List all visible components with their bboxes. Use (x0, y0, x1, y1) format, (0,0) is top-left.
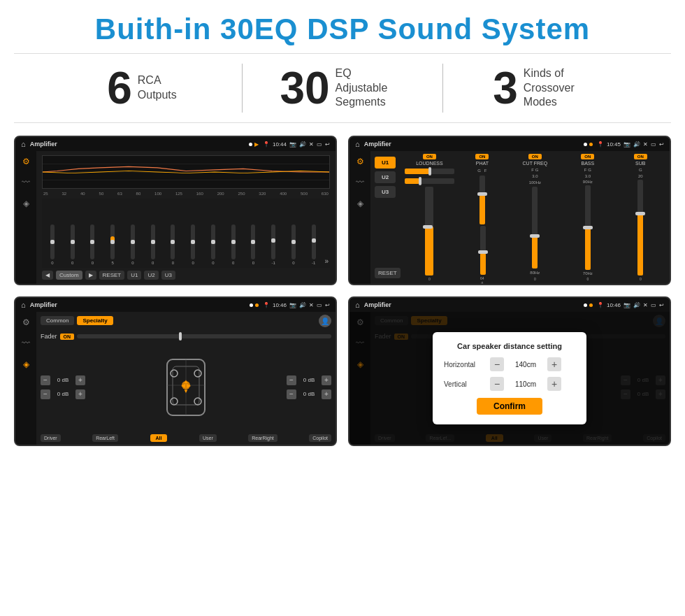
sp1-tab-specialty[interactable]: Specialty (77, 316, 113, 325)
label-loudness: LOUDNESS (416, 161, 443, 166)
toggle-phat[interactable]: ON (475, 154, 489, 159)
crossover-status-dots (584, 141, 593, 148)
toggle-sub[interactable]: ON (634, 154, 647, 159)
sp1-rb-minus[interactable]: − (287, 389, 296, 399)
sp1-rt-plus[interactable]: + (322, 375, 331, 385)
svg-text:▲: ▲ (183, 378, 189, 385)
appname-eq: Amplifier (30, 141, 245, 148)
sp1-left: − 0 dB + − 0 dB + (41, 343, 85, 431)
back-icon-sp2[interactable]: ↩ (659, 302, 664, 308)
eq-freq-labels: 25 32 40 50 63 80 100 125 160 200 250 32… (42, 192, 330, 196)
slider-7[interactable]: 0 (184, 224, 202, 265)
slider-10[interactable]: 0 (245, 224, 263, 265)
back-icon-eq[interactable]: ↩ (325, 141, 330, 148)
sp1-rt: − 0 dB + (287, 375, 331, 385)
slider-4[interactable]: 0 (124, 224, 142, 265)
crossover-channels: ON LOUDNESS 0 ON (405, 154, 665, 281)
sp1-status-dots (250, 301, 259, 308)
eq-sidebar-eq[interactable]: ⚙ (22, 157, 30, 166)
dialog-horizontal-minus[interactable]: − (490, 357, 504, 371)
back-icon-cross[interactable]: ↩ (659, 141, 664, 148)
sp1-bottom-row: Driver RearLeft All User RearRight Copil… (41, 434, 331, 442)
toggle-loudness[interactable]: ON (423, 154, 436, 159)
sp1-lb-minus[interactable]: − (41, 389, 50, 399)
sp1-fader-toggle[interactable]: ON (60, 334, 75, 340)
sp1-avatar[interactable]: 👤 (319, 315, 331, 327)
sp1-tab-common[interactable]: Common (41, 316, 74, 325)
home-icon-eq[interactable]: ⌂ (21, 140, 26, 148)
sp1-sidebar-wave[interactable]: 〰 (22, 338, 30, 348)
cross-sidebar-wave[interactable]: 〰 (356, 178, 364, 187)
slider-13[interactable]: -1 (305, 224, 323, 265)
sp1-all-btn[interactable]: All (150, 434, 168, 442)
sp1-lt-minus[interactable]: − (41, 375, 50, 385)
vals-bass: 0 (586, 277, 589, 281)
toggle-bass[interactable]: ON (581, 154, 594, 159)
sp1-rearright-btn[interactable]: RearRight (248, 434, 277, 442)
preset-u2[interactable]: U2 (375, 171, 396, 183)
stat-number-rca: 6 (107, 66, 132, 110)
dialog-vertical-plus[interactable]: + (547, 377, 561, 391)
slider-1[interactable]: 0 (64, 224, 82, 265)
appname-sp2: Amplifier (364, 301, 580, 308)
slider-2[interactable]: 0 (84, 224, 102, 265)
v-track-cutfreq[interactable] (532, 187, 538, 268)
vals-loudness: 0 (428, 277, 431, 281)
slider-3[interactable]: 5 (103, 224, 122, 265)
v-track-f[interactable] (480, 226, 486, 275)
dialog-vertical-minus[interactable]: − (490, 377, 504, 391)
close-icon-sp2: ✕ (643, 302, 648, 308)
expand-icon-eq[interactable]: » (325, 257, 329, 265)
eq-u2-btn[interactable]: U2 (144, 271, 158, 280)
sp1-lt-plus[interactable]: + (75, 375, 85, 385)
home-icon-sp1[interactable]: ⌂ (21, 301, 26, 309)
v-track-g[interactable] (480, 176, 485, 224)
preset-col: U1 U2 U3 RESET (375, 154, 401, 281)
dialog-horizontal-plus[interactable]: + (547, 357, 561, 371)
slider-8[interactable]: 0 (204, 224, 222, 265)
slider-0[interactable]: 0 (43, 224, 62, 265)
eq-sidebar-wave[interactable]: 〰 (22, 178, 30, 187)
sp1-user-btn[interactable]: User (199, 434, 217, 442)
slider-11[interactable]: -1 (264, 224, 282, 265)
v-track-bass[interactable] (585, 185, 591, 270)
eq-custom-btn[interactable]: Custom (56, 271, 82, 280)
preset-u1[interactable]: U1 (375, 157, 396, 169)
cross-sidebar-speaker[interactable]: ◈ (357, 199, 363, 208)
h-slider-loudness[interactable] (405, 169, 454, 174)
h-slider-loudness2[interactable] (405, 178, 454, 184)
screen-speaker2: ⌂ Amplifier 📍 10:46 📷 🔊 ✕ ▭ ↩ ⚙ 〰 ◈ (348, 296, 671, 446)
preset-u3[interactable]: U3 (375, 186, 396, 198)
slider-5[interactable]: 0 (144, 224, 162, 265)
cross-sidebar-eq[interactable]: ⚙ (356, 157, 364, 166)
home-icon-crossover[interactable]: ⌂ (355, 140, 360, 148)
eq-prev-btn[interactable]: ◀ (42, 271, 53, 280)
toggle-cutfreq[interactable]: ON (528, 154, 542, 159)
eq-reset-btn[interactable]: RESET (99, 271, 125, 280)
sp1-sidebar-speaker[interactable]: ◈ (23, 359, 29, 369)
cutfreq-freqlabels: 3.0 (532, 174, 538, 178)
sp1-lb-plus[interactable]: + (75, 389, 85, 399)
v-track-loudness[interactable] (425, 187, 433, 275)
slider-12[interactable]: 0 (284, 224, 303, 265)
back-icon-sp1[interactable]: ↩ (325, 302, 330, 308)
dialog-confirm-button[interactable]: Confirm (477, 398, 542, 415)
eq-next-btn[interactable]: ▶ (85, 271, 96, 280)
preset-reset[interactable]: RESET (375, 268, 401, 278)
stat-label-crossover: Kinds ofCrossover Modes (524, 66, 593, 110)
home-icon-sp2[interactable]: ⌂ (355, 301, 360, 309)
slider-6[interactable]: 0 (164, 224, 182, 265)
slider-9[interactable]: 0 (224, 224, 243, 265)
sp1-rb-plus[interactable]: + (322, 389, 331, 399)
sp1-driver-btn[interactable]: Driver (41, 434, 61, 442)
cross-dot1 (584, 143, 587, 146)
eq-u1-btn[interactable]: U1 (127, 271, 141, 280)
sp1-rearleft-btn[interactable]: RearLeft (92, 434, 118, 442)
sp1-sidebar-eq[interactable]: ⚙ (22, 317, 30, 327)
sp1-fader-slider[interactable] (77, 334, 331, 338)
v-track-sub[interactable] (637, 180, 643, 275)
sp1-copilot-btn[interactable]: Copilot (309, 434, 331, 442)
eq-u3-btn[interactable]: U3 (161, 271, 175, 280)
sp1-rt-minus[interactable]: − (287, 375, 296, 385)
eq-sidebar-speaker[interactable]: ◈ (23, 199, 29, 208)
